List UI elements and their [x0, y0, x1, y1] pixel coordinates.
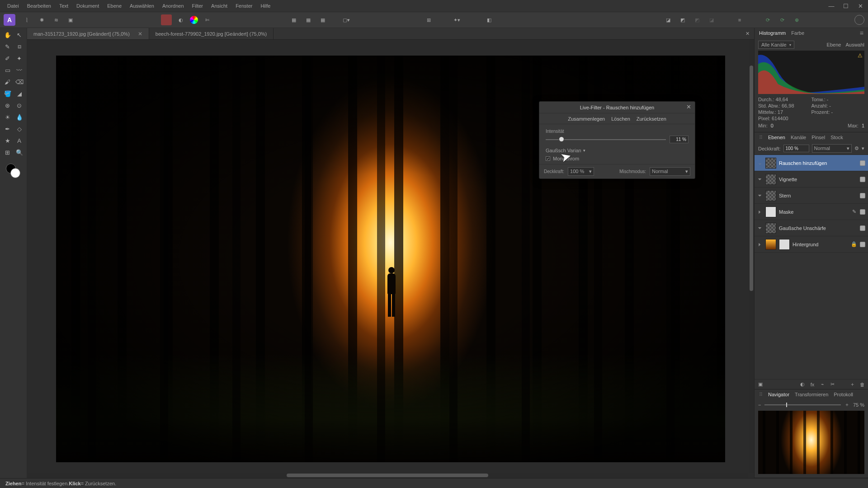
menu-dokument[interactable]: Dokument [76, 3, 99, 9]
menu-filter[interactable]: Filter [192, 3, 203, 9]
delete-layer-icon[interactable]: 🗑 [859, 381, 865, 388]
clone-tool-icon[interactable]: ⊛ [3, 100, 13, 110]
camera-icon[interactable]: ◧ [484, 14, 495, 25]
live-filter-dialog[interactable]: Live-Filter - Rauschen hinzufügen ✕ Zusa… [539, 101, 695, 179]
tab-histogramm[interactable]: Histogramm [759, 30, 786, 36]
tab-farbe[interactable]: Farbe [791, 30, 804, 36]
color-picker-icon[interactable]: ✎ [3, 42, 13, 52]
layer-visibility-checkbox[interactable] [860, 193, 865, 198]
crop-layer-icon[interactable]: ✂ [829, 381, 835, 388]
mesh-tool-icon[interactable]: ⊞ [3, 147, 13, 157]
panel-handle-icon[interactable]: ⠿ [759, 392, 763, 398]
text-tool-icon[interactable]: A [14, 136, 24, 145]
vertical-scrollbar[interactable] [749, 40, 754, 473]
color-swatches[interactable] [6, 164, 21, 179]
window-minimize-icon[interactable]: — [827, 3, 835, 9]
gradient-tool-icon[interactable]: ◢ [14, 89, 24, 99]
align-left-icon[interactable]: ▦ [288, 14, 299, 25]
brush-tool-icon[interactable]: 🖌 [3, 77, 13, 87]
tab-kanaele[interactable]: Kanäle [791, 135, 806, 140]
tab-stock[interactable]: Stock [830, 135, 843, 140]
dialog-blend-select[interactable]: Normal▾ [650, 167, 690, 176]
menu-ebene[interactable]: Ebene [107, 3, 122, 9]
fill-tool-icon[interactable]: 🪣 [3, 89, 13, 99]
live-filter-icon[interactable]: ⌁ [819, 381, 826, 388]
document-tab-2[interactable]: beech-forest-779902_1920.jpg [Geändert] … [149, 28, 274, 39]
zoom-tool-icon[interactable]: 🔍 [14, 147, 24, 157]
erase-tool-icon[interactable]: ⌫ [14, 77, 24, 87]
marquee-icon[interactable]: ▭ [3, 65, 13, 75]
layer-expand-icon[interactable]: ⏵ [757, 209, 763, 214]
dialog-action-reset[interactable]: Zurücksetzen [637, 116, 666, 122]
flood-select-icon[interactable]: ✦ [14, 53, 24, 63]
arrange-front-icon[interactable]: ◪ [663, 14, 674, 25]
layer-opacity-input[interactable]: 100 % [783, 145, 809, 152]
layer-visibility-checkbox[interactable] [860, 177, 865, 182]
menu-text[interactable]: Text [59, 3, 68, 9]
layer-visibility-checkbox[interactable] [860, 209, 865, 215]
panel-options-icon[interactable]: ≡ [860, 29, 863, 37]
layer-expand-icon[interactable]: ⏷ [757, 225, 763, 230]
arrange-back-icon[interactable]: ◩ [677, 14, 688, 25]
dialog-opacity-input[interactable]: 100 %▾ [568, 167, 594, 176]
crop-icon[interactable]: ✄ [202, 14, 212, 25]
foreground-color-swatch[interactable] [10, 168, 20, 178]
adjustment-icon[interactable]: ◐ [799, 381, 806, 388]
contrast-icon[interactable]: ◐ [175, 14, 186, 25]
crop-tool-icon[interactable]: ⧈ [14, 42, 24, 52]
layer-row[interactable]: ⌵Rauschen hinzufügen [755, 155, 868, 171]
navigator-preview[interactable] [758, 411, 864, 474]
dialog-action-delete[interactable]: Löschen [611, 116, 630, 122]
dodge-tool-icon[interactable]: ☀ [3, 112, 13, 122]
histogram-channel-select[interactable]: Alle Kanäle [758, 41, 794, 49]
pen-tool-icon[interactable]: ✒ [3, 124, 13, 134]
node-tool-icon[interactable]: ◇ [14, 124, 24, 134]
max-value[interactable]: 1 [862, 123, 864, 128]
fx-icon[interactable]: fx [809, 381, 816, 388]
layer-visibility-checkbox[interactable] [860, 242, 865, 247]
layer-row[interactable]: ⏷Gaußsche Unschärfe [755, 220, 868, 236]
layer-expand-icon[interactable]: ⏷ [757, 177, 763, 182]
layer-settings-icon[interactable]: ⚙ [854, 145, 859, 151]
tab-ebenen[interactable]: Ebenen [768, 135, 785, 140]
account-avatar-icon[interactable] [854, 15, 864, 25]
sync2-icon[interactable]: ⟳ [777, 14, 788, 25]
hand-tool-icon[interactable]: ✋ [3, 30, 13, 40]
layer-row[interactable]: ⏵Maske✎ [755, 204, 868, 220]
min-value[interactable]: 0 [771, 123, 774, 128]
menu-fenster[interactable]: Fenster [236, 3, 252, 9]
assistant-icon[interactable]: ✦▾ [451, 14, 462, 25]
menu-ansicht[interactable]: Ansicht [211, 3, 227, 9]
snapping-icon[interactable]: ▢▾ [341, 14, 352, 25]
edit-mask-icon[interactable]: ✎ [851, 209, 857, 215]
layer-row[interactable]: ⏷Vignette [755, 171, 868, 188]
align-right-icon[interactable]: ▦ [317, 14, 328, 25]
blur-tool-icon[interactable]: 💧 [14, 112, 24, 122]
layer-visibility-checkbox[interactable] [860, 160, 865, 166]
menu-hilfe[interactable]: Hilfe [260, 3, 270, 9]
add-layer-icon[interactable]: ＋ [849, 381, 855, 388]
tab-pinsel[interactable]: Pinsel [811, 135, 825, 140]
arrange-3-icon[interactable]: ◩ [692, 14, 703, 25]
window-close-icon[interactable]: ✕ [856, 3, 864, 9]
menu-bearbeiten[interactable]: Bearbeiten [27, 3, 51, 9]
persona-liquify-icon[interactable]: ✺ [36, 14, 47, 25]
dialog-close-icon[interactable]: ✕ [686, 103, 691, 110]
tab-protokoll[interactable]: Protokoll [834, 392, 853, 397]
distribution-select[interactable]: Gaußsch Varian [546, 148, 585, 153]
move-tool-icon[interactable]: ↖ [14, 30, 24, 40]
layer-mask-thumb[interactable] [779, 239, 790, 250]
lock-icon[interactable]: 🔒 [851, 241, 857, 248]
sync-green-icon[interactable]: ⟳ [762, 14, 773, 25]
sync3-icon[interactable]: ⊕ [791, 14, 802, 25]
histogram-scope-ebene[interactable]: Ebene [827, 42, 841, 47]
layer-blend-select[interactable]: Normal▾ [812, 144, 852, 153]
persona-export-icon[interactable]: ▣ [65, 14, 76, 25]
histogram-scope-auswahl[interactable]: Auswahl [845, 42, 864, 47]
layer-expand-icon[interactable]: ⌵ [757, 160, 763, 165]
arrange-4-icon[interactable]: ◪ [706, 14, 717, 25]
layer-thumbnail[interactable] [765, 174, 776, 185]
layer-thumbnail[interactable] [765, 206, 776, 217]
layer-visibility-checkbox[interactable] [860, 225, 865, 231]
mask-icon[interactable]: ▣ [757, 381, 764, 388]
